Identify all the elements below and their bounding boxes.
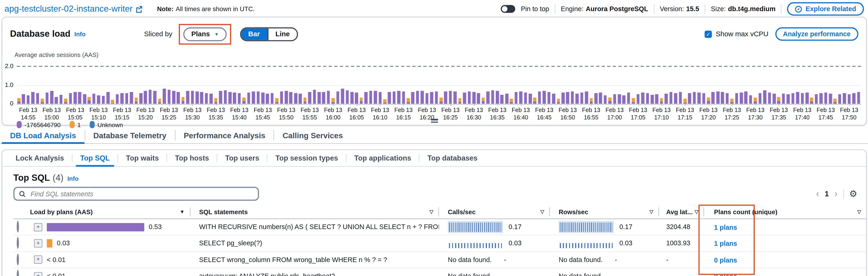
chart-bar[interactable] xyxy=(810,98,813,104)
chart-bar[interactable] xyxy=(698,92,701,104)
chart-bar[interactable] xyxy=(561,92,564,104)
chart-bar[interactable] xyxy=(477,93,480,104)
chart-bar[interactable] xyxy=(740,92,743,104)
chart-bar[interactable] xyxy=(402,91,405,104)
chart-bar[interactable] xyxy=(547,92,550,104)
chart-bar[interactable] xyxy=(847,94,850,104)
chart-bar[interactable] xyxy=(758,93,762,104)
chart-bar[interactable] xyxy=(97,95,100,104)
subtab-top-hosts[interactable]: Top hosts xyxy=(167,150,217,166)
filter-icon[interactable]: ▼ xyxy=(180,209,190,215)
chart-bar[interactable] xyxy=(782,93,785,104)
expand-row-button[interactable]: + xyxy=(34,272,42,276)
chart-bar[interactable] xyxy=(256,91,259,104)
chart-bar[interactable] xyxy=(167,89,170,104)
chart-bar[interactable] xyxy=(88,97,91,104)
chart-bar[interactable] xyxy=(158,99,161,104)
chart-bar[interactable] xyxy=(651,95,654,104)
db-load-chart[interactable]: 2.0 1.0 0 Feb 1314:55Feb 1315:00Feb 1315… xyxy=(17,66,861,104)
chart-bar[interactable] xyxy=(538,91,541,104)
chart-bar[interactable] xyxy=(702,93,705,104)
chart-bar[interactable] xyxy=(163,89,166,104)
resize-handle-icon[interactable] xyxy=(431,117,438,123)
chart-bar[interactable] xyxy=(801,93,804,104)
chart-bar[interactable] xyxy=(69,93,72,104)
chart-bar[interactable] xyxy=(92,93,95,104)
chart-bar[interactable] xyxy=(458,98,461,104)
chart-bar[interactable] xyxy=(73,92,76,104)
chart-bar[interactable] xyxy=(693,92,696,104)
subtab-top-databases[interactable]: Top databases xyxy=(420,150,485,166)
chart-bar[interactable] xyxy=(294,93,297,104)
chart-bar[interactable] xyxy=(542,91,546,104)
col-sql-statements[interactable]: SQL statements ▽ xyxy=(190,205,439,219)
chart-bar[interactable] xyxy=(125,93,128,104)
chart-bar[interactable] xyxy=(17,98,20,104)
chart-bar[interactable] xyxy=(243,98,246,104)
tab-database-telemetry[interactable]: Database Telemetry xyxy=(85,127,175,143)
chart-bar[interactable] xyxy=(576,93,579,104)
chart-bar[interactable] xyxy=(510,99,513,104)
chart-bar[interactable] xyxy=(341,89,344,104)
chart-bar[interactable] xyxy=(731,99,734,104)
chart-bar[interactable] xyxy=(440,98,442,104)
chart-bar[interactable] xyxy=(454,91,457,104)
chart-bar[interactable] xyxy=(426,93,428,104)
chart-bar[interactable] xyxy=(149,90,152,104)
plans-count-link[interactable]: 0 plans xyxy=(714,273,737,276)
chart-bar[interactable] xyxy=(557,99,560,104)
chart-bar[interactable] xyxy=(134,98,137,104)
row-radio-button[interactable] xyxy=(17,237,19,249)
chart-bar[interactable] xyxy=(299,93,302,104)
chart-bar[interactable] xyxy=(130,92,133,104)
col-load-by-plans[interactable]: Load by plans (AAS) ▼ xyxy=(28,205,190,219)
chart-bar[interactable] xyxy=(261,92,264,104)
sql-search-box[interactable] xyxy=(13,187,259,201)
chart-bar[interactable] xyxy=(327,91,330,104)
chart-bar[interactable] xyxy=(641,92,644,104)
show-max-vcpu-checkbox[interactable]: ✓ xyxy=(705,30,712,38)
chart-bar[interactable] xyxy=(83,94,86,104)
chart-bar[interactable] xyxy=(744,91,747,104)
chart-bar[interactable] xyxy=(378,92,381,104)
chart-bar[interactable] xyxy=(205,93,208,104)
database-load-info-link[interactable]: Info xyxy=(74,31,85,37)
chart-bar[interactable] xyxy=(482,98,485,104)
chart-bar[interactable] xyxy=(411,92,414,104)
chart-bar[interactable] xyxy=(393,91,396,104)
chart-bar[interactable] xyxy=(843,93,846,104)
chart-bar[interactable] xyxy=(313,90,316,104)
prev-page-icon[interactable]: ‹ xyxy=(816,189,819,199)
chart-bar[interactable] xyxy=(59,95,62,104)
chart-bar[interactable] xyxy=(585,91,588,104)
sql-statement-link[interactable]: autovacuum: ANALYZE public.rds_heartbeat… xyxy=(199,272,335,276)
chart-bar[interactable] xyxy=(139,93,142,104)
chart-bar[interactable] xyxy=(285,91,288,104)
chart-bar[interactable] xyxy=(618,94,621,104)
chart-bar[interactable] xyxy=(346,90,349,104)
next-page-icon[interactable]: › xyxy=(834,189,838,199)
chart-bar[interactable] xyxy=(608,98,611,104)
chart-bar[interactable] xyxy=(594,93,597,104)
chart-bar[interactable] xyxy=(468,91,471,104)
chart-bar[interactable] xyxy=(45,92,49,104)
chart-bar[interactable] xyxy=(430,92,433,104)
chart-bar[interactable] xyxy=(111,100,114,104)
chart-bar[interactable] xyxy=(210,93,213,104)
chart-bar[interactable] xyxy=(55,97,58,104)
expand-row-button[interactable]: + xyxy=(34,255,42,264)
chart-bar[interactable] xyxy=(580,92,583,104)
plans-count-link[interactable]: 1 plans xyxy=(714,240,737,248)
chart-bar[interactable] xyxy=(177,92,180,104)
chart-bar[interactable] xyxy=(627,92,630,104)
chart-bar[interactable] xyxy=(336,91,339,104)
chart-bar[interactable] xyxy=(768,92,771,104)
chart-bar[interactable] xyxy=(41,99,43,104)
chart-bar[interactable] xyxy=(515,92,518,104)
chart-bar[interactable] xyxy=(566,92,569,104)
sql-statement-link[interactable]: WITH RECURSIVE numbers(n) AS ( SELECT ? … xyxy=(199,223,439,231)
sql-statement-link[interactable]: SELECT pg_sleep(?) xyxy=(199,240,262,247)
filter-icon[interactable]: ▽ xyxy=(694,209,704,215)
subtab-top-applications[interactable]: Top applications xyxy=(346,150,419,166)
chart-bar[interactable] xyxy=(322,92,325,104)
